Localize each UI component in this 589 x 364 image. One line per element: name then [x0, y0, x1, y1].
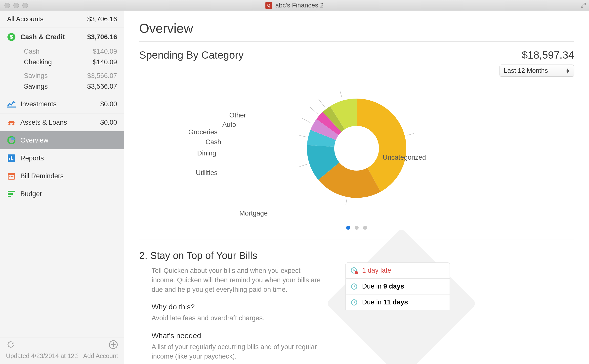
clock-icon	[351, 299, 358, 306]
svg-line-23	[302, 118, 311, 123]
svg-rect-28	[355, 271, 358, 274]
svg-rect-17	[8, 196, 11, 197]
sidebar: All Accounts $3,706.16 $ Cash & Credit $…	[0, 11, 124, 364]
chart-label-mortgage: Mortgage	[239, 210, 268, 217]
cash-subgroup-label: Cash	[24, 48, 40, 55]
chart-label-cash: Cash	[206, 138, 221, 146]
svg-line-22	[299, 135, 306, 137]
sidebar-checking[interactable]: Checking $140.09	[0, 57, 124, 68]
bills-why-desc: Avoid late fees and overdraft charges.	[152, 314, 321, 323]
svg-rect-11	[8, 173, 15, 175]
refresh-accounts-button[interactable]: Updated 4/23/2014 at 12:33 PM	[6, 340, 78, 360]
svg-point-4	[12, 123, 14, 125]
bills-why-heading: Why do this?	[152, 303, 321, 311]
divider	[139, 41, 574, 42]
app-icon: Q	[265, 2, 272, 9]
nav-reports[interactable]: Reports	[0, 149, 124, 167]
bills-step-title: 2. Stay on Top of Your Bills	[139, 250, 321, 261]
sidebar-savings[interactable]: Savings $3,566.07	[0, 81, 124, 95]
overview-icon	[7, 136, 16, 145]
minimize-window-button[interactable]	[13, 3, 19, 8]
spending-donut-chart[interactable]: UncategorizedMortgageUtilitiesDiningCash…	[139, 79, 574, 223]
svg-line-19	[407, 133, 414, 135]
dollar-icon: $	[7, 33, 16, 41]
svg-rect-9	[12, 159, 13, 160]
chart-label-auto: Auto	[222, 121, 236, 129]
savings-label: Savings	[24, 83, 48, 90]
svg-rect-8	[11, 156, 12, 160]
plus-circle-icon	[109, 340, 118, 351]
date-range-dropdown[interactable]: Last 12 Months ▲▼	[500, 65, 574, 77]
svg-rect-2	[7, 107, 16, 108]
pager-dot-2[interactable]	[355, 226, 359, 230]
clock-alert-icon	[351, 267, 358, 274]
chart-label-utilities: Utilities	[196, 169, 217, 177]
reports-icon	[7, 154, 16, 163]
chart-label-other: Other	[229, 111, 246, 119]
chart-line-icon	[7, 100, 16, 109]
svg-line-24	[310, 107, 318, 114]
cash-subgroup-amount: $140.09	[93, 48, 117, 55]
savings-amount: $3,566.07	[87, 83, 117, 90]
updated-label: Updated 4/23/2014 at 12:33 PM	[6, 352, 78, 360]
investments-label: Investments	[20, 100, 57, 108]
chart-label-groceries: Groceries	[188, 128, 217, 136]
sidebar-all-accounts[interactable]: All Accounts $3,706.16	[0, 11, 124, 28]
window-title: abc's Finances 2	[275, 1, 324, 9]
nav-budget[interactable]: Budget	[0, 185, 124, 203]
svg-rect-12	[9, 176, 10, 177]
pager-dot-3[interactable]	[363, 226, 367, 230]
svg-point-3	[8, 123, 10, 125]
cash-credit-label: Cash & Credit	[20, 33, 65, 41]
svg-line-20	[345, 200, 347, 206]
pager-dot-1[interactable]	[346, 226, 350, 230]
fullscreen-icon[interactable]	[580, 2, 587, 10]
bills-need-heading: What's needed	[152, 331, 321, 340]
carousel-pager	[139, 226, 574, 230]
sidebar-cash-subgroup[interactable]: Cash $140.09	[0, 46, 124, 57]
page-title: Overview	[139, 21, 574, 36]
savings-subgroup-amount: $3,566.07	[87, 72, 117, 80]
calendar-icon	[7, 172, 16, 181]
refresh-icon	[6, 340, 15, 351]
window-titlebar: Q abc's Finances 2	[0, 0, 589, 11]
sidebar-investments[interactable]: Investments $0.00	[0, 95, 124, 113]
due-item-late[interactable]: 1 day late	[345, 262, 450, 279]
zoom-window-button[interactable]	[22, 3, 28, 8]
bills-due-list: 1 day late Due in 9 days Due in 11 days	[345, 262, 450, 310]
chevron-updown-icon: ▲▼	[565, 68, 570, 73]
nav-overview-label: Overview	[20, 137, 48, 144]
due-11-text: Due in 11 days	[362, 298, 408, 306]
close-window-button[interactable]	[4, 3, 10, 8]
add-account-label: Add Account	[83, 352, 118, 360]
svg-rect-15	[8, 191, 15, 192]
checking-amount: $140.09	[93, 58, 117, 66]
due-late-text: 1 day late	[362, 267, 391, 274]
all-accounts-label: All Accounts	[7, 15, 43, 23]
nav-bill-reminders-label: Bill Reminders	[20, 172, 64, 180]
assets-loans-amount: $0.00	[100, 119, 117, 126]
window-controls	[4, 3, 28, 8]
add-account-button[interactable]: Add Account	[83, 340, 118, 360]
due-item-11days[interactable]: Due in 11 days	[345, 294, 450, 310]
car-icon	[7, 118, 16, 127]
sidebar-cash-credit[interactable]: $ Cash & Credit $3,706.16	[0, 28, 124, 46]
due-item-9days[interactable]: Due in 9 days	[345, 278, 450, 294]
main-content: Overview Spending By Category $18,597.34…	[124, 11, 589, 364]
spending-title: Spending By Category	[139, 49, 244, 61]
svg-rect-13	[11, 176, 12, 177]
due-9-text: Due in 9 days	[362, 283, 404, 290]
svg-rect-16	[8, 193, 13, 195]
date-range-selected: Last 12 Months	[504, 67, 548, 74]
sidebar-assets-loans[interactable]: Assets & Loans $0.00	[0, 113, 124, 132]
nav-overview[interactable]: Overview	[0, 131, 124, 149]
nav-bill-reminders[interactable]: Bill Reminders	[0, 167, 124, 185]
all-accounts-amount: $3,706.16	[87, 15, 117, 23]
bills-need-desc: A list of your regularly occurring bills…	[152, 342, 321, 361]
savings-subgroup-label: Savings	[24, 72, 48, 80]
spending-total: $18,597.34	[500, 49, 574, 61]
nav-reports-label: Reports	[20, 154, 44, 162]
investments-amount: $0.00	[100, 100, 117, 108]
sidebar-savings-subgroup[interactable]: Savings $3,566.07	[0, 71, 124, 81]
svg-rect-7	[9, 158, 10, 160]
